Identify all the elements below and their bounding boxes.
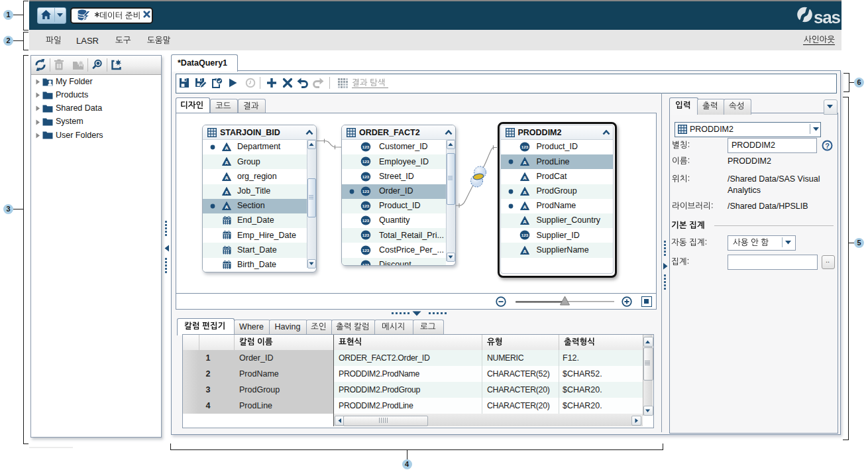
svg-text:A: A <box>523 175 527 181</box>
svg-text:123: 123 <box>362 189 370 194</box>
svg-text:123: 123 <box>362 263 370 266</box>
svg-text:?: ? <box>825 142 830 150</box>
svg-text:123: 123 <box>362 159 370 164</box>
svg-text:A: A <box>523 190 527 196</box>
svg-text:123: 123 <box>362 204 370 208</box>
svg-text:123: 123 <box>362 145 370 149</box>
svg-text:A: A <box>225 204 229 210</box>
svg-text:123: 123 <box>362 218 370 223</box>
svg-text:123: 123 <box>362 174 370 179</box>
svg-text:A: A <box>523 160 527 166</box>
svg-text:A: A <box>225 190 229 196</box>
svg-text:123: 123 <box>362 233 370 237</box>
svg-text:A: A <box>523 219 527 225</box>
svg-text:A: A <box>225 175 229 181</box>
svg-text:123: 123 <box>362 248 370 253</box>
svg-text:A: A <box>225 160 229 166</box>
svg-text:123: 123 <box>521 145 528 149</box>
svg-text:A: A <box>523 204 527 210</box>
svg-text:123: 123 <box>521 233 528 237</box>
svg-text:A: A <box>225 145 229 151</box>
svg-text:A: A <box>523 249 527 255</box>
